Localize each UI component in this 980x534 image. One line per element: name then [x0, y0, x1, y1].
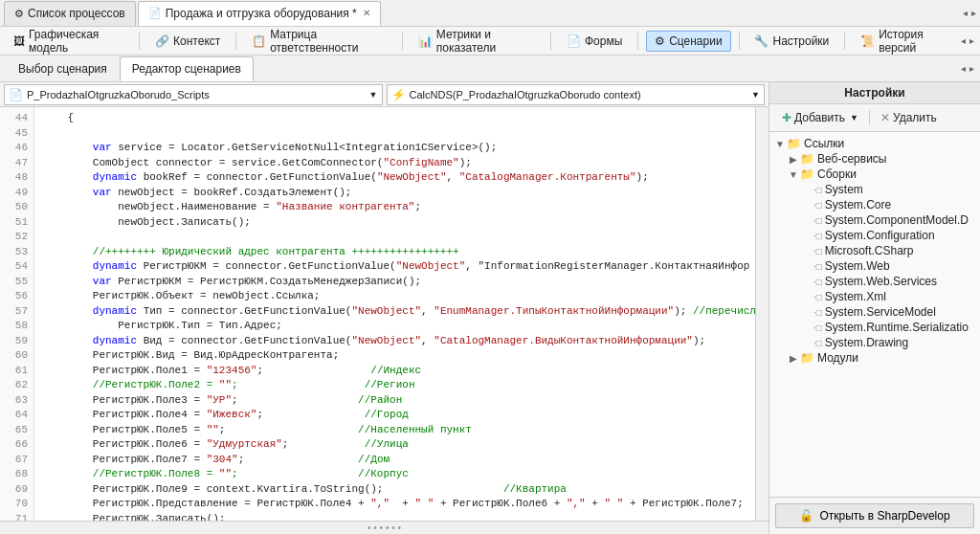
toolbar-settings[interactable]: 🔧 Настройки: [746, 32, 836, 51]
tree-item-web-services[interactable]: ▶📁Веб-сервисы: [769, 151, 980, 167]
context-icon: 🔗: [155, 34, 169, 48]
add-button[interactable]: ✚ Добавить ▼: [775, 108, 865, 127]
script-icon: 📄: [9, 88, 23, 101]
tree-icon-system-web: ·□: [813, 261, 822, 272]
code-content[interactable]: { var service = Locator.GetServiceNotNul…: [34, 107, 755, 521]
tree-icon-system-xml: ·□: [813, 292, 822, 302]
tab-editor[interactable]: Редактор сценариев: [120, 56, 254, 81]
toolbar-metrics[interactable]: 📊 Метрики и показатели: [411, 25, 543, 57]
tree-icon-system-core: ·□: [813, 200, 822, 211]
scenarios-icon: ⚙: [655, 34, 665, 48]
method-dropdown[interactable]: ⚡ CalcNDS(P_ProdazhaIОtgruzkaOborudo con…: [387, 84, 766, 105]
sharpdevelop-icon: 🔓: [799, 509, 813, 523]
forms-icon: 📄: [567, 34, 581, 48]
toolbar-sep-2: [235, 33, 236, 50]
toolbar-sep-7: [844, 33, 845, 50]
script-dropdown-arrow: ▼: [369, 90, 378, 100]
tab-editor-label: Редактор сценариев: [132, 62, 241, 76]
tree-expander-web-services[interactable]: ▶: [787, 154, 800, 165]
tree-item-ssylki[interactable]: ▼📁Ссылки: [769, 136, 980, 151]
right-toolbar-sep: [869, 110, 870, 125]
tree-expander-moduli[interactable]: ▶: [787, 353, 800, 364]
toolbar-graphic[interactable]: 🖼 Графическая модель: [6, 25, 131, 57]
tab-prev-arrow[interactable]: ◂: [963, 8, 968, 18]
add-icon: ✚: [782, 111, 791, 124]
right-panel: Настройки ✚ Добавить ▼ ✕ Удалить ▼📁Ссылк…: [769, 82, 980, 534]
script-dropdown[interactable]: 📄 P_ProdazhaIОtgruzkaOborudo_Scripts ▼: [4, 84, 383, 105]
toolbar-next[interactable]: ▸: [969, 35, 974, 46]
tree-item-system-drawing[interactable]: ·□System.Drawing: [769, 335, 980, 350]
second-tab-prev[interactable]: ◂: [961, 63, 966, 74]
tree-item-system-runtime[interactable]: ·□System.Runtime.Serializatio: [769, 320, 980, 335]
line-numbers: 4445464748495051525354555657585960616263…: [0, 107, 34, 521]
toolbar-history-label: История версий: [879, 28, 949, 55]
tree-icon-system-configuration: ·□: [813, 231, 822, 241]
toolbar-forms[interactable]: 📄 Формы: [559, 32, 630, 51]
sale-icon: 📄: [148, 7, 162, 19]
code-editor[interactable]: 4445464748495051525354555657585960616263…: [0, 107, 768, 521]
toolbar-scenarios[interactable]: ⚙ Сценарии: [646, 31, 730, 52]
toolbar-sep-4: [550, 33, 551, 50]
horizontal-scrollbar[interactable]: • • • • • •: [0, 521, 768, 534]
toolbar-matrix[interactable]: 📋 Матрица ответственности: [244, 25, 394, 57]
tree-expander-sborki[interactable]: ▼: [787, 169, 800, 180]
toolbar-scenarios-label: Сценарии: [669, 34, 722, 48]
tree-item-moduli[interactable]: ▶📁Модули: [769, 350, 980, 366]
add-label: Добавить: [794, 111, 845, 124]
tab-nav-arrows: ◂ ▸: [963, 8, 976, 18]
tree-item-microsoft-csharp[interactable]: ·□Microsoft.CSharp: [769, 243, 980, 258]
tree-label-moduli: Модули: [817, 351, 858, 365]
tree-item-system-core[interactable]: ·□System.Core: [769, 197, 980, 212]
tree-label-system-servicemodel: System.ServiceModel: [825, 305, 936, 319]
close-tab-button[interactable]: ✕: [363, 8, 370, 18]
metrics-icon: 📊: [418, 34, 433, 48]
tab-sale[interactable]: 📄 Продажа и отгрузка оборудования * ✕: [138, 1, 381, 26]
tree-icon-system-componentmodel: ·□: [813, 215, 822, 226]
script-dropdown-label: P_ProdazhaIОtgruzkaOborudo_Scripts: [27, 89, 210, 100]
tab-select-scenario[interactable]: Выбор сценария: [6, 56, 120, 80]
second-tab-nav: ◂ ▸: [961, 63, 974, 74]
vertical-scrollbar[interactable]: [755, 107, 768, 521]
toolbar-context[interactable]: 🔗 Контекст: [147, 32, 228, 51]
method-icon: ⚡: [391, 88, 406, 101]
toolbar-sep-6: [739, 33, 740, 50]
scroll-indicator: • • • • • •: [368, 523, 401, 533]
code-header: 📄 P_ProdazhaIОtgruzkaOborudo_Scripts ▼ ⚡…: [0, 82, 768, 107]
top-tab-bar: ⚙ Список процессов 📄 Продажа и отгрузка …: [0, 0, 980, 27]
tree-icon-ssylki: 📁: [787, 137, 801, 150]
toolbar-sep-5: [637, 33, 638, 50]
tree-item-system-web[interactable]: ·□System.Web: [769, 258, 980, 274]
open-sharpdevelop-button[interactable]: 🔓 Открыть в SharpDevelop: [775, 503, 974, 528]
toolbar-graphic-label: Графическая модель: [29, 28, 123, 55]
tab-processes[interactable]: ⚙ Список процессов: [4, 1, 136, 26]
right-bottom: 🔓 Открыть в SharpDevelop: [769, 497, 980, 534]
right-toolbar: ✚ Добавить ▼ ✕ Удалить: [769, 104, 980, 132]
toolbar-sep-1: [139, 33, 140, 50]
tree-item-system[interactable]: ·□System: [769, 182, 980, 197]
toolbar-history[interactable]: 📜 История версий: [853, 25, 957, 57]
tree-expander-ssylki[interactable]: ▼: [773, 139, 787, 149]
second-tab-next[interactable]: ▸: [969, 63, 974, 74]
tree-icon-system: ·□: [813, 185, 822, 195]
tree-label-system-drawing: System.Drawing: [825, 336, 908, 349]
method-dropdown-label: CalcNDS(P_ProdazhaIОtgruzkaOborudo conte…: [410, 89, 641, 100]
tree-label-system-web-services: System.Web.Services: [825, 275, 937, 288]
toolbar-forms-label: Формы: [585, 34, 622, 48]
tree-icon-system-servicemodel: ·□: [813, 307, 822, 318]
tab-next-arrow[interactable]: ▸: [971, 8, 976, 18]
tree-item-system-servicemodel[interactable]: ·□System.ServiceModel: [769, 304, 980, 320]
code-area: 📄 P_ProdazhaIОtgruzkaOborudo_Scripts ▼ ⚡…: [0, 82, 769, 534]
delete-button[interactable]: ✕ Удалить: [874, 108, 944, 127]
tree-icon-web-services: 📁: [800, 152, 814, 166]
tree-label-ssylki: Ссылки: [804, 137, 844, 150]
tree-item-system-componentmodel[interactable]: ·□System.ComponentModel.D: [769, 212, 980, 228]
toolbar-matrix-label: Матрица ответственности: [270, 28, 387, 55]
toolbar-prev[interactable]: ◂: [961, 35, 966, 46]
toolbar-settings-label: Настройки: [772, 34, 829, 48]
tree-icon-moduli: 📁: [800, 351, 814, 365]
tree-item-system-xml[interactable]: ·□System.Xml: [769, 289, 980, 304]
tree-item-sborki[interactable]: ▼📁Сборки: [769, 167, 980, 182]
tree-item-system-web-services[interactable]: ·□System.Web.Services: [769, 274, 980, 289]
tree-item-system-configuration[interactable]: ·□System.Configuration: [769, 228, 980, 243]
main-area: 📄 P_ProdazhaIОtgruzkaOborudo_Scripts ▼ ⚡…: [0, 82, 980, 534]
